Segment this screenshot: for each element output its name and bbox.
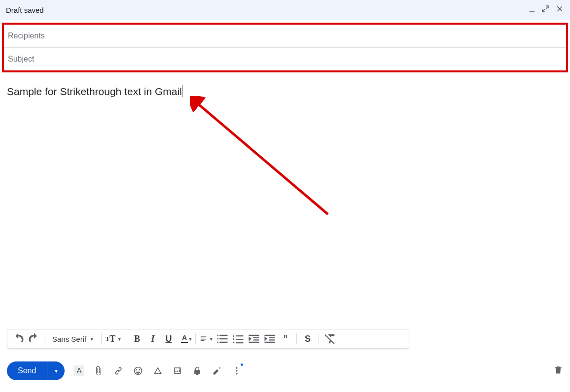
- compose-footer: Send ▼ A: [7, 361, 563, 380]
- compose-body[interactable]: Sample for Strikethrough text in Gmail: [0, 72, 570, 98]
- emoji-icon[interactable]: [133, 365, 143, 376]
- compose-header: Draft saved _: [0, 0, 570, 20]
- send-options-button[interactable]: ▼: [47, 361, 65, 380]
- bulleted-list-icon[interactable]: [231, 332, 245, 346]
- send-button-group: Send ▼: [7, 361, 65, 380]
- svg-point-4: [236, 370, 238, 371]
- confidential-icon[interactable]: [192, 365, 203, 376]
- text-cursor: [182, 85, 182, 97]
- remove-formatting-icon[interactable]: [323, 332, 337, 346]
- send-button[interactable]: Send: [7, 361, 47, 380]
- bottom-toolbar: A: [73, 365, 242, 376]
- popout-icon[interactable]: [541, 5, 549, 13]
- body-text: Sample for Strikethrough text in Gmail: [7, 86, 182, 98]
- redo-icon[interactable]: [27, 332, 41, 346]
- link-icon[interactable]: [113, 365, 124, 376]
- minimize-icon[interactable]: _: [530, 3, 534, 13]
- close-icon[interactable]: [556, 5, 564, 13]
- window-actions: _: [530, 5, 564, 15]
- formatting-toolbar: Sans Serif ▼ TT▼ B I U A▼ ▼ ” S: [7, 329, 409, 349]
- annotation-arrow: [190, 96, 338, 224]
- quote-icon[interactable]: ”: [279, 332, 292, 346]
- more-options-icon[interactable]: [231, 365, 242, 376]
- undo-icon[interactable]: [11, 332, 25, 346]
- image-icon[interactable]: [172, 365, 183, 376]
- drive-icon[interactable]: [152, 365, 163, 376]
- formatting-options-icon[interactable]: A: [73, 365, 84, 376]
- signature-icon[interactable]: [212, 365, 222, 376]
- indent-decrease-icon[interactable]: [247, 332, 261, 346]
- header-fields-highlight: [2, 23, 568, 72]
- align-icon[interactable]: ▼: [200, 332, 214, 346]
- bold-icon[interactable]: B: [130, 332, 144, 346]
- discard-icon[interactable]: [553, 365, 563, 377]
- svg-point-5: [236, 373, 238, 374]
- font-size-icon[interactable]: TT▼: [106, 332, 122, 346]
- attach-icon[interactable]: [93, 365, 104, 376]
- font-family-select[interactable]: Sans Serif ▼: [49, 335, 97, 343]
- indent-increase-icon[interactable]: [263, 332, 277, 346]
- strikethrough-icon[interactable]: S: [301, 332, 315, 346]
- svg-point-3: [236, 367, 238, 369]
- italic-icon[interactable]: I: [146, 332, 160, 346]
- svg-point-2: [158, 372, 158, 372]
- chevron-down-icon: ▼: [89, 336, 94, 342]
- subject-input[interactable]: [4, 48, 566, 70]
- compose-title: Draft saved: [6, 6, 44, 14]
- numbered-list-icon[interactable]: [215, 332, 229, 346]
- font-family-label: Sans Serif: [52, 335, 86, 343]
- underline-icon[interactable]: U: [162, 332, 176, 346]
- recipients-input[interactable]: [4, 25, 566, 47]
- svg-line-1: [196, 102, 328, 214]
- text-color-icon[interactable]: A▼: [178, 332, 191, 346]
